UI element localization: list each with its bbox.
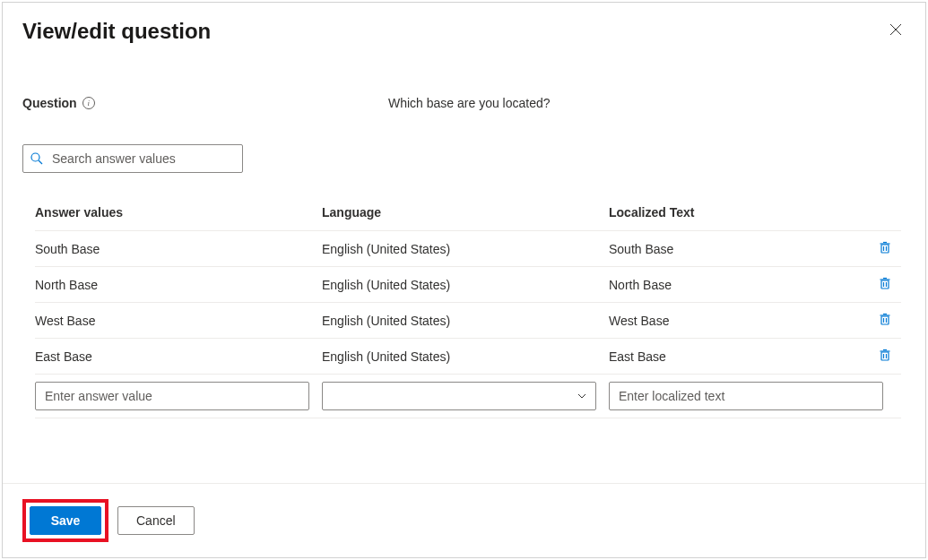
svg-rect-19 [881,352,889,360]
delete-row-button[interactable] [876,238,894,259]
panel-content: Question i Which base are you located? A… [3,96,925,418]
cell-language: English (United States) [322,314,609,328]
cell-actions [869,346,901,366]
search-input[interactable] [22,144,243,173]
cell-actions [869,274,901,295]
svg-rect-4 [881,245,889,253]
cell-answer-value: West Base [35,314,322,328]
table-row[interactable]: East Base English (United States) East B… [35,339,901,375]
cell-language: English (United States) [322,349,609,364]
table-row[interactable]: South Base English (United States) South… [35,231,901,267]
language-select-wrap [322,382,596,410]
panel-footer: Save Cancel [3,483,925,557]
cell-actions [869,238,901,259]
table-body: South Base English (United States) South… [35,231,901,375]
localized-text-input[interactable] [609,382,883,410]
cell-localized-text: East Base [609,349,869,364]
question-text: Which base are you located? [388,96,551,110]
question-label: Question [22,96,77,110]
trash-icon [878,348,892,365]
close-icon [889,23,902,36]
delete-row-button[interactable] [876,274,894,295]
cell-localized-text: West Base [609,314,869,328]
cell-answer-value: North Base [35,278,322,292]
cell-answer-value: South Base [35,242,322,256]
cell-localized-text: North Base [609,278,869,292]
save-button[interactable]: Save [30,506,101,535]
answer-values-table: Answer values Language Localized Text So… [35,205,901,418]
cell-answer-value: East Base [35,349,322,364]
svg-rect-14 [881,316,889,324]
panel-header: View/edit question [3,3,925,44]
panel-title: View/edit question [22,19,211,44]
cell-localized-text: South Base [609,242,869,256]
table-row[interactable]: North Base English (United States) North… [35,267,901,303]
trash-icon [878,312,892,329]
table-input-row [35,375,901,418]
view-edit-question-panel: View/edit question Question i Which base… [2,2,926,558]
col-header-language[interactable]: Language [322,205,609,220]
delete-row-button[interactable] [876,310,894,331]
save-highlight-box: Save [22,499,108,542]
search-wrap [22,144,243,173]
table-row[interactable]: West Base English (United States) West B… [35,303,901,339]
close-button[interactable] [886,19,906,42]
trash-icon [878,276,892,293]
info-icon[interactable]: i [82,97,95,109]
col-header-actions [869,205,901,220]
delete-row-button[interactable] [876,346,894,366]
col-header-answer-values[interactable]: Answer values [35,205,322,220]
answer-value-input[interactable] [35,382,309,410]
trash-icon [878,240,892,257]
cell-actions [869,310,901,331]
svg-rect-9 [881,280,889,289]
cell-language: English (United States) [322,278,609,292]
question-row: Question i Which base are you located? [22,96,906,110]
cell-language: English (United States) [322,242,609,256]
question-label-wrap: Question i [22,96,388,110]
language-select[interactable] [322,382,596,410]
table-header: Answer values Language Localized Text [35,205,901,231]
cancel-button[interactable]: Cancel [117,506,195,535]
col-header-localized-text[interactable]: Localized Text [609,205,869,220]
